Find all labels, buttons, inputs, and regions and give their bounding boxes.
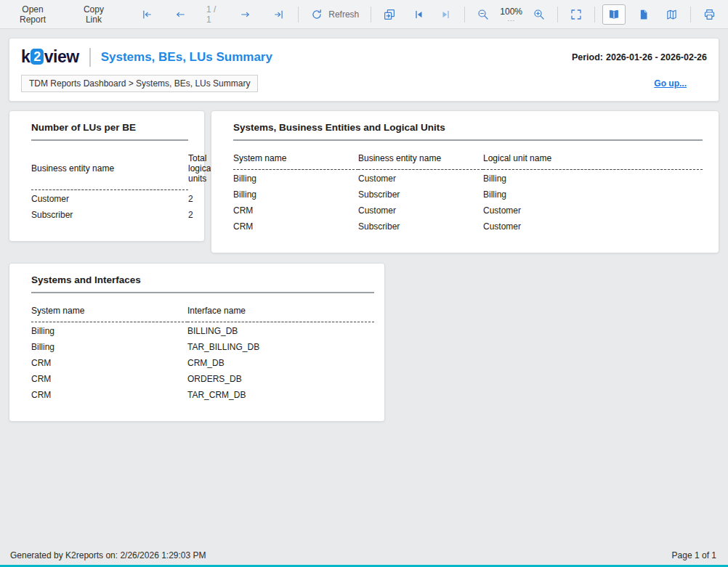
zoom-menu-ellipsis: ... bbox=[507, 16, 515, 22]
table-cell: Subscriber bbox=[358, 186, 483, 202]
card-systems-interfaces: Systems and Interfaces System nameInterf… bbox=[9, 263, 385, 422]
logo-text-k: k bbox=[21, 47, 30, 66]
refresh-button[interactable]: Refresh bbox=[306, 4, 363, 25]
toolbar-separator bbox=[464, 7, 465, 23]
table-row: CRMSubscriberCustomer bbox=[233, 218, 703, 234]
table-row: CRMCRM_DB bbox=[31, 354, 374, 370]
table-cell: CRM_DB bbox=[187, 354, 374, 370]
logo-text-view: view bbox=[44, 47, 79, 66]
table-cell: Billing bbox=[233, 170, 358, 187]
period-value: 2026-01-26 - 2026-02-26 bbox=[606, 52, 707, 62]
step-forward-icon bbox=[440, 8, 453, 21]
table-cell: CRM bbox=[31, 386, 187, 402]
table-cell: Customer bbox=[358, 170, 483, 187]
table-cell: CRM bbox=[233, 202, 358, 218]
card-lus-per-be: Number of LUs per BE Business entity nam… bbox=[9, 110, 205, 242]
table-row: BillingSubscriberBilling bbox=[233, 186, 703, 202]
step-forward-button[interactable] bbox=[435, 4, 457, 25]
page-indicator: 1 / 1 bbox=[206, 4, 219, 25]
table-cell: TAR_CRM_DB bbox=[187, 386, 374, 402]
generated-timestamp: Generated by K2reports on: 2/26/2026 1:2… bbox=[10, 550, 206, 560]
table-cell: CRM bbox=[31, 370, 187, 386]
column-header: Business entity name bbox=[358, 150, 483, 170]
table-cell: Customer bbox=[358, 202, 483, 218]
table-header-row: System nameInterface name bbox=[31, 303, 374, 322]
refresh-icon bbox=[310, 8, 323, 21]
card-title-lus-per-be: Number of LUs per BE bbox=[31, 111, 188, 141]
go-up-link[interactable]: Go up... bbox=[654, 78, 687, 89]
period-label: Period: bbox=[572, 52, 603, 62]
table-cell: Subscriber bbox=[358, 218, 483, 234]
copy-link-button[interactable]: Copy Link bbox=[73, 0, 115, 29]
bookmarks-panel-button[interactable] bbox=[602, 4, 626, 25]
breadcrumb: TDM Reports Dashboard > Systems, BEs, LU… bbox=[21, 75, 258, 92]
map-view-button[interactable] bbox=[660, 4, 683, 25]
table-cell: CRM bbox=[31, 354, 187, 370]
toolbar-separator bbox=[557, 7, 558, 23]
zoom-in-icon bbox=[533, 8, 546, 21]
toolbar-separator bbox=[690, 7, 691, 23]
systems-bes-lus-table: System nameBusiness entity nameLogical u… bbox=[233, 150, 703, 234]
fullscreen-icon bbox=[570, 8, 583, 21]
header-top-row: k2view Systems, BEs, LUs Summary Period:… bbox=[21, 47, 707, 67]
logo-title-divider bbox=[89, 48, 91, 67]
table-row: BillingBILLING_DB bbox=[31, 322, 374, 339]
previous-page-icon bbox=[173, 8, 187, 21]
open-in-new-window-icon bbox=[383, 8, 396, 21]
refresh-label: Refresh bbox=[328, 9, 359, 20]
last-page-icon bbox=[272, 8, 286, 21]
table-row: BillingCustomerBilling bbox=[233, 170, 703, 187]
table-row: CRMTAR_CRM_DB bbox=[31, 386, 374, 402]
table-cell: Customer bbox=[483, 202, 703, 218]
table-cell: BILLING_DB bbox=[187, 322, 374, 339]
card-systems-bes-lus: Systems, Business Entities and Logical U… bbox=[211, 110, 719, 253]
table-cell: Billing bbox=[483, 186, 703, 202]
first-page-icon bbox=[139, 8, 154, 21]
zoom-in-button[interactable] bbox=[528, 4, 550, 25]
previous-page-button[interactable] bbox=[169, 4, 192, 25]
table-cell: Billing bbox=[233, 186, 358, 202]
table-header-row: System nameBusiness entity nameLogical u… bbox=[233, 150, 703, 170]
step-backward-icon bbox=[412, 8, 425, 21]
step-backward-button[interactable] bbox=[408, 4, 429, 25]
table-row: Customer2 bbox=[31, 190, 188, 207]
next-page-icon bbox=[238, 8, 253, 21]
report-footer: Generated by K2reports on: 2/26/2026 1:2… bbox=[10, 550, 716, 560]
table-cell: Billing bbox=[31, 322, 187, 339]
table-row: Subscriber2 bbox=[31, 206, 188, 222]
table-cell: Customer bbox=[31, 190, 188, 207]
zoom-value: 100% bbox=[500, 7, 522, 16]
open-report-button[interactable]: Open Report bbox=[7, 0, 58, 29]
print-button[interactable] bbox=[698, 4, 721, 25]
column-header: Business entity name bbox=[31, 150, 188, 190]
table-cell: Subscriber bbox=[31, 206, 188, 222]
report-page: k2view Systems, BEs, LUs Summary Period:… bbox=[0, 29, 728, 565]
table-row: BillingTAR_BILLING_DB bbox=[31, 338, 374, 354]
table-cell: Billing bbox=[483, 170, 703, 187]
logo-badge-2: 2 bbox=[31, 49, 44, 65]
table-cell: Billing bbox=[31, 338, 187, 354]
zoom-out-button[interactable] bbox=[472, 4, 494, 25]
last-page-button[interactable] bbox=[267, 4, 291, 25]
table-cell: CRM bbox=[233, 218, 358, 234]
page-view-button[interactable] bbox=[633, 4, 655, 25]
fullscreen-button[interactable] bbox=[565, 4, 587, 25]
systems-interfaces-table: System nameInterface nameBillingBILLING_… bbox=[31, 303, 374, 402]
page-number-text: Page 1 of 1 bbox=[672, 550, 716, 560]
table-cell: Customer bbox=[483, 218, 703, 234]
table-header-row: Business entity nameTotal logical units bbox=[31, 150, 188, 190]
first-page-button[interactable] bbox=[135, 4, 158, 25]
toolbar: Open Report Copy Link 1 / 1 Refresh 100%… bbox=[0, 0, 728, 29]
k2view-logo: k2view bbox=[21, 47, 79, 67]
page-icon bbox=[637, 8, 650, 21]
table-cell: TAR_BILLING_DB bbox=[187, 338, 374, 354]
bookmarks-book-icon bbox=[607, 8, 621, 21]
report-period: Period:2026-01-26 - 2026-02-26 bbox=[572, 52, 707, 62]
card-title-systems-bes-lus: Systems, Business Entities and Logical U… bbox=[233, 111, 703, 141]
next-page-button[interactable] bbox=[234, 4, 257, 25]
header-bottom-row: TDM Reports Dashboard > Systems, BEs, LU… bbox=[21, 75, 707, 92]
open-in-new-window-button[interactable] bbox=[379, 4, 400, 25]
table-row: CRMCustomerCustomer bbox=[233, 202, 703, 218]
zoom-level-dropdown[interactable]: 100% ... bbox=[500, 7, 522, 22]
print-icon bbox=[703, 8, 716, 21]
